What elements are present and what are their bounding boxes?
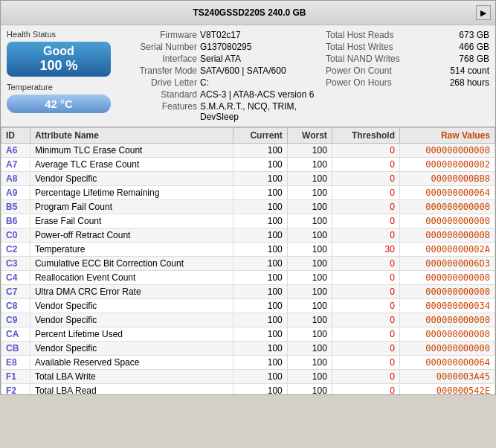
cell-threshold: 0: [332, 172, 399, 186]
cell-current: 100: [233, 214, 287, 228]
cell-name: Vendor Specific: [30, 313, 233, 327]
left-panel: Health Status Good 100 % Temperature 42 …: [7, 30, 111, 122]
middle-panel: Firmware V8T02c17 Serial Number G1370802…: [118, 30, 318, 122]
firmware-key: Firmware: [118, 30, 200, 40]
health-box: Good 100 %: [7, 42, 111, 77]
cell-threshold: 0: [332, 285, 399, 299]
cell-worst: 100: [287, 384, 332, 395]
serial-row: Serial Number G137080295: [118, 42, 318, 52]
cell-threshold: 0: [332, 228, 399, 243]
table-row[interactable]: C0 Power-off Retract Count 100 100 0 000…: [1, 228, 495, 243]
standard-row: Standard ACS-3 | ATA8-ACS version 6: [118, 89, 318, 100]
cell-threshold: 0: [332, 186, 399, 200]
cell-raw: 000000000064: [399, 186, 495, 200]
cell-name: Program Fail Count: [30, 200, 233, 214]
table-row[interactable]: C7 Ultra DMA CRC Error Rate 100 100 0 00…: [1, 285, 495, 299]
transfer-val: SATA/600 | SATA/600: [200, 65, 286, 76]
power-count-key: Power On Count: [326, 65, 392, 76]
power-count-row: Power On Count 514 count: [326, 65, 489, 76]
cell-worst: 100: [287, 342, 332, 356]
table-row[interactable]: C9 Vendor Specific 100 100 0 00000000000…: [1, 313, 495, 327]
cell-worst: 100: [287, 243, 332, 257]
cell-name: Percent Lifetime Used: [30, 327, 233, 342]
features-val: S.M.A.R.T., NCQ, TRIM, DevSleep: [200, 101, 318, 122]
cell-threshold: 0: [332, 158, 399, 172]
cell-id: C0: [1, 228, 30, 243]
cell-current: 100: [233, 144, 287, 158]
table-row[interactable]: B6 Erase Fail Count 100 100 0 0000000000…: [1, 214, 495, 228]
cell-worst: 100: [287, 200, 332, 214]
reads-row: Total Host Reads 673 GB: [326, 30, 489, 40]
cell-threshold: 0: [332, 299, 399, 313]
firmware-row: Firmware V8T02c17: [118, 30, 318, 40]
table-body: A6 Minimum TLC Erase Count 100 100 0 000…: [1, 144, 495, 395]
nand-val: 768 GB: [459, 54, 489, 64]
cell-raw: 00000000002A: [399, 243, 495, 257]
interface-val: Serial ATA: [200, 54, 241, 64]
cell-worst: 100: [287, 271, 332, 285]
window-title: TS240GSSD220S 240.0 GB: [23, 7, 476, 18]
table-row[interactable]: C2 Temperature 100 100 30 00000000002A: [1, 243, 495, 257]
cell-raw: 000000000000: [399, 271, 495, 285]
cell-raw: 000000000000: [399, 214, 495, 228]
cell-threshold: 0: [332, 271, 399, 285]
cell-raw: 000000000000: [399, 200, 495, 214]
cell-id: A9: [1, 186, 30, 200]
cell-id: C4: [1, 271, 30, 285]
cell-threshold: 0: [332, 214, 399, 228]
table-row[interactable]: B5 Program Fail Count 100 100 0 00000000…: [1, 200, 495, 214]
cell-raw: 000000000000: [399, 327, 495, 342]
cell-name: Vendor Specific: [30, 299, 233, 313]
power-count-val: 514 count: [450, 65, 489, 76]
table-row[interactable]: F2 Total LBA Read 100 100 0 000000542E: [1, 384, 495, 395]
cell-id: C3: [1, 257, 30, 271]
table-row[interactable]: F1 Total LBA Write 100 100 0 0000003A45: [1, 370, 495, 384]
cell-worst: 100: [287, 214, 332, 228]
cell-name: Temperature: [30, 243, 233, 257]
cell-threshold: 0: [332, 384, 399, 395]
cell-raw: 000000000034: [399, 299, 495, 313]
attribute-table-container[interactable]: ID Attribute Name Current Worst Threshol…: [1, 127, 495, 394]
table-header-row: ID Attribute Name Current Worst Threshol…: [1, 128, 495, 144]
writes-val: 466 GB: [459, 42, 489, 52]
table-row[interactable]: A6 Minimum TLC Erase Count 100 100 0 000…: [1, 144, 495, 158]
cell-current: 100: [233, 299, 287, 313]
attribute-table: ID Attribute Name Current Worst Threshol…: [1, 127, 495, 394]
expand-button[interactable]: ▶: [476, 5, 491, 20]
interface-row: Interface Serial ATA: [118, 54, 318, 64]
table-row[interactable]: CA Percent Lifetime Used 100 100 0 00000…: [1, 327, 495, 342]
cell-raw: 000000542E: [399, 384, 495, 395]
cell-raw: 00000000000B: [399, 228, 495, 243]
table-row[interactable]: C3 Cumulative ECC Bit Correction Count 1…: [1, 257, 495, 271]
info-section: Health Status Good 100 % Temperature 42 …: [1, 25, 495, 127]
cell-id: CB: [1, 342, 30, 356]
table-row[interactable]: A9 Percentage Lifetime Remaining 100 100…: [1, 186, 495, 200]
cell-worst: 100: [287, 370, 332, 384]
cell-threshold: 30: [332, 243, 399, 257]
cell-id: A8: [1, 172, 30, 186]
table-row[interactable]: A7 Average TLC Erase Count 100 100 0 000…: [1, 158, 495, 172]
cell-name: Total LBA Write: [30, 370, 233, 384]
col-header-worst: Worst: [287, 128, 332, 144]
cell-current: 100: [233, 186, 287, 200]
cell-threshold: 0: [332, 356, 399, 370]
power-hours-key: Power On Hours: [326, 77, 392, 88]
cell-raw: 000000000064: [399, 356, 495, 370]
cell-threshold: 0: [332, 370, 399, 384]
cell-threshold: 0: [332, 144, 399, 158]
cell-id: C8: [1, 299, 30, 313]
nand-key: Total NAND Writes: [326, 54, 400, 64]
table-row[interactable]: A8 Vendor Specific 100 100 0 00000000BB8: [1, 172, 495, 186]
table-row[interactable]: CB Vendor Specific 100 100 0 00000000000…: [1, 342, 495, 356]
cell-current: 100: [233, 384, 287, 395]
cell-raw: 000000000000: [399, 313, 495, 327]
cell-name: Vendor Specific: [30, 342, 233, 356]
cell-id: F1: [1, 370, 30, 384]
table-row[interactable]: C4 Reallocation Event Count 100 100 0 00…: [1, 271, 495, 285]
table-row[interactable]: C8 Vendor Specific 100 100 0 00000000003…: [1, 299, 495, 313]
cell-worst: 100: [287, 313, 332, 327]
cell-current: 100: [233, 342, 287, 356]
serial-key: Serial Number: [118, 42, 200, 52]
cell-current: 100: [233, 327, 287, 342]
table-row[interactable]: E8 Available Reserved Space 100 100 0 00…: [1, 356, 495, 370]
